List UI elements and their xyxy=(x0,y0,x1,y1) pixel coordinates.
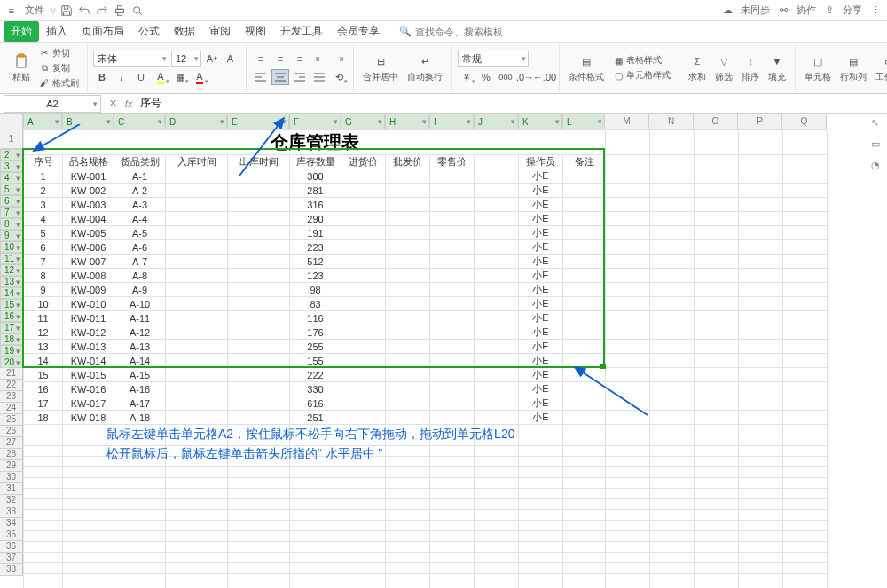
row-header-10[interactable]: 10 xyxy=(0,241,23,253)
cell-J7[interactable] xyxy=(475,226,519,240)
cell-I34[interactable] xyxy=(430,563,475,574)
cell-C33[interactable] xyxy=(114,553,166,563)
cell-A21[interactable] xyxy=(24,425,63,435)
align-top-button[interactable]: ≡ xyxy=(252,51,270,67)
cell-M36[interactable] xyxy=(606,584,650,589)
cell-P18[interactable] xyxy=(739,382,783,396)
cell-J28[interactable] xyxy=(475,499,519,510)
col-header-C[interactable]: C xyxy=(114,114,165,129)
cell-A6[interactable]: 4 xyxy=(24,212,63,226)
cell-A31[interactable] xyxy=(24,531,63,542)
cell-D18[interactable] xyxy=(166,382,228,396)
cell-C3[interactable]: A-1 xyxy=(114,169,166,184)
cell-O36[interactable] xyxy=(695,584,739,589)
cell-H31[interactable] xyxy=(386,531,430,542)
cell-D28[interactable] xyxy=(166,499,228,510)
print-icon[interactable] xyxy=(112,3,128,19)
cell-J3[interactable] xyxy=(475,169,519,184)
cell-O4[interactable] xyxy=(695,184,739,198)
cell-K3[interactable]: 小E xyxy=(519,169,563,184)
cell-F30[interactable] xyxy=(290,521,341,531)
cell-C2[interactable]: 货品类别 xyxy=(114,155,166,169)
cell-Q27[interactable] xyxy=(783,489,828,499)
row-header-22[interactable]: 22 xyxy=(0,380,23,391)
cell-N14[interactable] xyxy=(650,325,695,340)
cell-G14[interactable] xyxy=(341,325,386,340)
cell-A32[interactable] xyxy=(24,542,63,553)
cell-A1[interactable]: 仓库管理表 xyxy=(24,130,606,155)
cell-Q28[interactable] xyxy=(783,499,828,510)
cell-M12[interactable] xyxy=(606,297,650,311)
cell-L35[interactable] xyxy=(563,574,606,584)
cell-O20[interactable] xyxy=(695,411,739,425)
row-header-6[interactable]: 6 xyxy=(0,195,23,207)
decrease-decimal-button[interactable]: .0→ xyxy=(516,69,534,85)
cell-A28[interactable] xyxy=(24,499,63,510)
cell-M13[interactable] xyxy=(606,311,650,325)
cell-L10[interactable] xyxy=(563,269,606,283)
cell-P13[interactable] xyxy=(739,311,783,325)
row-header-5[interactable]: 5 xyxy=(0,184,23,195)
cell-G26[interactable] xyxy=(341,478,386,489)
cell-J14[interactable] xyxy=(475,325,519,340)
cell-I10[interactable] xyxy=(430,269,475,283)
cell-N18[interactable] xyxy=(650,382,695,396)
cell-L11[interactable] xyxy=(563,283,606,297)
cell-N22[interactable] xyxy=(650,435,695,446)
row-header-17[interactable]: 17 xyxy=(0,322,23,333)
cell-I18[interactable] xyxy=(430,382,475,396)
cell-G25[interactable] xyxy=(341,467,386,478)
cell-button[interactable]: ▢单元格 xyxy=(801,51,835,85)
cell-H25[interactable] xyxy=(386,467,430,478)
cell-D26[interactable] xyxy=(166,478,228,489)
cell-C25[interactable] xyxy=(114,467,166,478)
cell-C10[interactable]: A-8 xyxy=(114,269,166,283)
cell-F8[interactable]: 223 xyxy=(290,240,341,255)
cell-H6[interactable] xyxy=(386,212,430,226)
cell-G8[interactable] xyxy=(341,240,386,255)
cell-O8[interactable] xyxy=(695,240,739,255)
cell-J29[interactable] xyxy=(475,510,519,521)
cell-L7[interactable] xyxy=(563,226,606,240)
cell-L32[interactable] xyxy=(563,542,606,553)
cell-E16[interactable] xyxy=(228,354,290,368)
col-header-J[interactable]: J xyxy=(474,114,518,129)
cell-C17[interactable]: A-15 xyxy=(114,368,166,382)
cell-I7[interactable] xyxy=(430,226,475,240)
cell-I2[interactable]: 零售价 xyxy=(430,155,475,169)
cell-P35[interactable] xyxy=(739,574,783,584)
cell-M2[interactable] xyxy=(606,155,650,169)
cell-K32[interactable] xyxy=(519,542,563,553)
cell-N26[interactable] xyxy=(650,478,695,489)
cell-L21[interactable] xyxy=(563,425,606,435)
orientation-button[interactable]: ⟲ xyxy=(330,69,348,85)
cell-H5[interactable] xyxy=(386,198,430,212)
row-header-38[interactable]: 38 xyxy=(0,564,23,576)
col-header-P[interactable]: P xyxy=(738,114,782,129)
cell-G36[interactable] xyxy=(341,584,386,589)
cell-L17[interactable] xyxy=(563,368,606,382)
cell-K2[interactable]: 操作员 xyxy=(519,155,563,169)
cell-D9[interactable] xyxy=(166,255,228,269)
cell-C15[interactable]: A-13 xyxy=(114,340,166,354)
col-header-A[interactable]: A xyxy=(23,114,62,129)
cell-A14[interactable]: 12 xyxy=(24,325,63,340)
cell-M20[interactable] xyxy=(606,411,650,425)
redo-icon[interactable] xyxy=(94,3,110,19)
cell-A3[interactable]: 1 xyxy=(24,169,63,184)
col-header-H[interactable]: H xyxy=(385,114,429,129)
cell-H3[interactable] xyxy=(386,169,430,184)
cell-E35[interactable] xyxy=(228,574,290,584)
cell-F31[interactable] xyxy=(290,531,341,542)
cell-K11[interactable]: 小E xyxy=(519,283,563,297)
cell-M14[interactable] xyxy=(606,325,650,340)
cell-E10[interactable] xyxy=(228,269,290,283)
cell-O16[interactable] xyxy=(695,354,739,368)
row-header-3[interactable]: 3 xyxy=(0,161,23,172)
cell-G15[interactable] xyxy=(341,340,386,354)
cell-N20[interactable] xyxy=(650,411,695,425)
cell-I26[interactable] xyxy=(430,478,475,489)
cell-O1[interactable] xyxy=(695,130,739,155)
cell-C35[interactable] xyxy=(114,574,166,584)
cell-Q17[interactable] xyxy=(783,368,828,382)
